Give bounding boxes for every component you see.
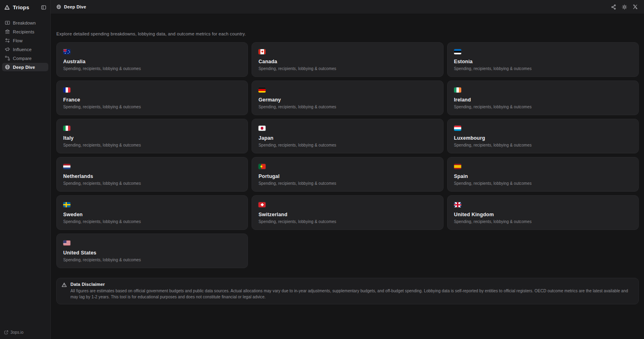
country-name: Canada (258, 59, 436, 64)
sidebar-item-label: Breakdown (13, 21, 36, 25)
banknote-icon (5, 20, 10, 25)
sidebar-item-label: Deep Dive (13, 65, 35, 70)
country-card[interactable]: Spain Spending, recipients, lobbying & o… (447, 157, 639, 192)
country-name: Japan (258, 135, 436, 141)
jp-flag-icon (258, 126, 266, 131)
country-card[interactable]: Switzerland Spending, recipients, lobbyi… (252, 195, 443, 230)
country-name: United Kingdom (454, 212, 632, 217)
triops-logo-icon (4, 4, 10, 10)
disclaimer-body: All figures are estimates based on offic… (70, 288, 630, 300)
se-flag-icon (63, 202, 70, 207)
country-name: Ireland (454, 97, 632, 103)
footer-link-label: 3ops.io (10, 330, 23, 335)
sidebar-item-compare[interactable]: Compare (2, 54, 48, 62)
sidebar-item-label: Flow (13, 38, 23, 43)
sidebar-item-label: Compare (13, 56, 32, 61)
megaphone-icon (5, 47, 10, 52)
country-card-subtitle: Spending, recipients, lobbying & outcome… (63, 66, 241, 71)
header-actions (611, 4, 638, 10)
country-card-subtitle: Spending, recipients, lobbying & outcome… (258, 105, 436, 109)
country-card-subtitle: Spending, recipients, lobbying & outcome… (258, 219, 436, 224)
country-card-subtitle: Spending, recipients, lobbying & outcome… (63, 219, 241, 224)
country-card-subtitle: Spending, recipients, lobbying & outcome… (454, 219, 632, 224)
warning-triangle-icon (62, 282, 67, 300)
country-card-subtitle: Spending, recipients, lobbying & outcome… (258, 143, 436, 147)
country-card[interactable]: Australia Spending, recipients, lobbying… (56, 42, 248, 77)
country-name: Sweden (63, 212, 241, 217)
sidebar-item-flow[interactable]: Flow (2, 36, 48, 45)
country-card-subtitle: Spending, recipients, lobbying & outcome… (63, 258, 241, 262)
country-name: Estonia (454, 59, 632, 64)
globe-icon (5, 64, 10, 70)
country-card[interactable]: Japan Spending, recipients, lobbying & o… (252, 119, 443, 153)
country-card-subtitle: Spending, recipients, lobbying & outcome… (63, 181, 241, 186)
top-header: Deep Dive (51, 0, 644, 14)
country-grid: Australia Spending, recipients, lobbying… (56, 42, 639, 268)
sidebar-item-deep-dive[interactable]: Deep Dive (2, 63, 48, 71)
sidebar-item-recipients[interactable]: Recipients (2, 27, 48, 36)
x-logo-icon[interactable] (633, 4, 638, 9)
page-title: Deep Dive (64, 4, 608, 9)
country-name: United States (63, 250, 241, 256)
country-name: Netherlands (63, 174, 241, 179)
es-flag-icon (454, 164, 461, 169)
sidebar-header: Triops (0, 0, 50, 14)
country-card[interactable]: Germany Spending, recipients, lobbying &… (252, 81, 443, 115)
sidebar-nav: Breakdown Recipients Flow (0, 19, 50, 71)
intro-text: Explore detailed spending breakdowns, lo… (56, 31, 639, 36)
country-name: Australia (63, 59, 241, 64)
country-card-subtitle: Spending, recipients, lobbying & outcome… (258, 66, 436, 71)
footer-external-link[interactable]: 3ops.io (4, 330, 23, 335)
country-card[interactable]: France Spending, recipients, lobbying & … (56, 81, 248, 115)
globe-icon (56, 4, 61, 9)
share-icon[interactable] (611, 4, 616, 10)
country-card-subtitle: Spending, recipients, lobbying & outcome… (454, 143, 632, 147)
pt-flag-icon (258, 164, 266, 169)
brand-name: Triops (13, 4, 38, 10)
au-flag-icon (63, 49, 70, 54)
country-card[interactable]: Estonia Spending, recipients, lobbying &… (447, 42, 639, 77)
country-card-subtitle: Spending, recipients, lobbying & outcome… (454, 66, 632, 71)
country-card[interactable]: Portugal Spending, recipients, lobbying … (252, 157, 443, 192)
sun-icon[interactable] (622, 4, 627, 10)
country-card-subtitle: Spending, recipients, lobbying & outcome… (258, 181, 436, 186)
us-flag-icon (63, 240, 70, 246)
arrows-left-right-icon (5, 38, 10, 43)
sidebar-item-breakdown[interactable]: Breakdown (2, 19, 48, 27)
country-card[interactable]: Ireland Spending, recipients, lobbying &… (447, 81, 639, 115)
country-card-subtitle: Spending, recipients, lobbying & outcome… (63, 143, 241, 147)
ch-flag-icon (258, 202, 266, 207)
external-link-icon (4, 330, 8, 335)
lu-flag-icon (454, 126, 461, 131)
main-content: Explore detailed spending breakdowns, lo… (51, 14, 644, 339)
disclaimer-title: Data Disclaimer (70, 282, 630, 287)
ie-flag-icon (454, 87, 461, 93)
country-name: Germany (258, 97, 436, 103)
country-card-subtitle: Spending, recipients, lobbying & outcome… (63, 105, 241, 109)
country-name: France (63, 97, 241, 103)
country-name: Portugal (258, 174, 436, 179)
sidebar-item-influence[interactable]: Influence (2, 45, 48, 54)
country-card[interactable]: Italy Spending, recipients, lobbying & o… (56, 119, 248, 153)
sidebar-item-label: Influence (13, 47, 31, 52)
nl-flag-icon (63, 164, 70, 169)
content-column: Deep Dive Explore detailed s (51, 0, 644, 339)
ca-flag-icon (258, 49, 266, 54)
sidebar-item-label: Recipients (13, 29, 34, 34)
disclaimer-text-block: Data Disclaimer All figures are estimate… (70, 282, 630, 300)
country-card[interactable]: Netherlands Spending, recipients, lobbyi… (56, 157, 248, 192)
country-name: Italy (63, 135, 241, 141)
ee-flag-icon (454, 49, 461, 54)
country-card[interactable]: Luxembourg Spending, recipients, lobbyin… (447, 119, 639, 153)
country-card[interactable]: Canada Spending, recipients, lobbying & … (252, 42, 443, 77)
country-card[interactable]: Sweden Spending, recipients, lobbying & … (56, 195, 248, 230)
de-flag-icon (258, 87, 266, 93)
compare-icon (5, 56, 10, 61)
country-card[interactable]: United Kingdom Spending, recipients, lob… (447, 195, 639, 230)
gb-flag-icon (454, 202, 461, 207)
sidebar: Triops Breakdown (0, 0, 51, 339)
country-card-subtitle: Spending, recipients, lobbying & outcome… (454, 105, 632, 109)
country-card[interactable]: United States Spending, recipients, lobb… (56, 234, 248, 268)
country-name: Spain (454, 174, 632, 179)
sidebar-toggle-icon[interactable] (41, 5, 46, 10)
